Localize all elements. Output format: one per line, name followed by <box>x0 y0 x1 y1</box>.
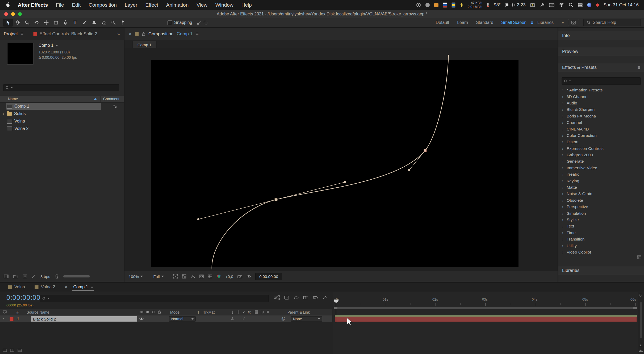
effects-category[interactable]: ›Perspective <box>558 204 644 210</box>
comp-thumbnail[interactable] <box>7 43 33 64</box>
workspace-learn[interactable]: Learn <box>457 20 468 25</box>
type-tool-icon[interactable]: T <box>70 19 80 27</box>
menubar-clock[interactable]: Sun 31 Oct 14:16 <box>604 2 639 8</box>
menu-window[interactable]: Window <box>215 2 233 8</box>
new-folder-icon[interactable] <box>13 275 18 278</box>
disclosure-chevron-icon[interactable]: › <box>562 101 567 105</box>
graph-editor-icon[interactable] <box>322 296 328 300</box>
resolution-dropdown[interactable]: Full <box>153 274 164 279</box>
solo-icon[interactable] <box>152 310 155 314</box>
grid-quality-icon[interactable] <box>255 310 258 314</box>
tab-effect-controls[interactable]: Effect Controls Black Solid 2 <box>33 31 97 37</box>
screen-record-indicator-icon[interactable] <box>416 3 421 7</box>
workspace-default[interactable]: Default <box>436 20 449 25</box>
effects-category[interactable]: ›Immersive Video <box>558 165 644 171</box>
magnification-dropdown[interactable]: 100% <box>129 274 143 279</box>
puppet-pin-tool-icon[interactable] <box>118 19 128 27</box>
zoom-tool-icon[interactable] <box>22 19 32 27</box>
disclosure-chevron-icon[interactable]: › <box>562 159 567 163</box>
spotlight-search-icon[interactable] <box>569 3 573 7</box>
grid-guides-icon[interactable] <box>208 275 212 278</box>
vertical-scrollbar[interactable] <box>640 302 642 338</box>
disclosure-chevron-icon[interactable]: › <box>562 120 567 125</box>
channel-color-icon[interactable] <box>216 274 221 279</box>
blend-mode-dropdown[interactable]: Normal <box>169 316 196 322</box>
libraries-panel-header[interactable]: Libraries <box>558 266 644 275</box>
pan-behind-tool-icon[interactable] <box>41 19 51 27</box>
panel-overflow-icon[interactable]: » <box>118 31 120 37</box>
selection-tool-icon[interactable] <box>3 19 13 27</box>
disclosure-chevron-icon[interactable]: › <box>562 107 567 112</box>
effects-category[interactable]: ›Expression Controls <box>558 145 644 152</box>
charging-icon[interactable] <box>530 3 536 7</box>
keyboard-layout-icon[interactable] <box>549 3 554 7</box>
snap-option-icon-2[interactable] <box>203 20 208 25</box>
menubar-app-name[interactable]: After Effects <box>18 2 48 8</box>
temperature-value[interactable]: 98° <box>494 2 501 8</box>
effects-category[interactable]: ›Text <box>558 223 644 229</box>
timeline-tab-volna2[interactable]: Volna 2 <box>35 283 55 292</box>
composition-region-icon[interactable] <box>199 275 204 278</box>
layer-row-1[interactable]: › 1 Black Solid 2 Normal @ <box>0 315 332 323</box>
audio-icon[interactable] <box>146 310 149 314</box>
transfer-controls-icon[interactable] <box>10 349 14 352</box>
wrench-icon[interactable] <box>540 3 545 7</box>
disclosure-chevron-icon[interactable]: › <box>0 112 7 116</box>
layer-name-box[interactable]: Black Solid 2 <box>31 316 137 322</box>
disclosure-chevron-icon[interactable]: › <box>562 211 567 216</box>
video-eye-icon[interactable] <box>139 310 144 314</box>
window-zoom-button[interactable] <box>18 12 22 16</box>
timeline-graph-area[interactable]: 0s 01s 02s 03s 04s 05s 06s <box>333 292 638 354</box>
project-row-volna[interactable]: Volna <box>0 117 124 125</box>
snap-option-icon-1[interactable] <box>197 20 201 25</box>
project-list-header[interactable]: Name Comment <box>0 96 124 103</box>
interpret-footage-icon[interactable] <box>4 275 9 278</box>
position-cross-icon[interactable] <box>237 310 240 314</box>
menu-composition[interactable]: Composition <box>89 2 117 8</box>
pickwhip-icon[interactable]: @ <box>281 316 285 321</box>
close-icon[interactable]: × <box>129 31 132 37</box>
shape-tool-icon[interactable] <box>51 19 61 27</box>
disclosure-chevron-icon[interactable]: › <box>562 127 567 131</box>
disclosure-chevron-icon[interactable]: › <box>562 146 567 151</box>
project-bit-depth[interactable]: 8 bpc <box>40 274 50 279</box>
disclosure-chevron-icon[interactable]: › <box>562 114 567 118</box>
effects-category[interactable]: ›Audio <box>558 100 644 106</box>
column-mode[interactable]: Mode <box>170 310 179 314</box>
effects-presets-panel-header[interactable]: Effects & Presets ≡ <box>558 63 644 72</box>
effects-category[interactable]: ›Channel <box>558 119 644 126</box>
composition-viewer[interactable] <box>124 48 558 271</box>
disclosure-chevron-icon[interactable]: › <box>562 192 567 196</box>
keyboard-flag-icon-2[interactable] <box>451 2 455 8</box>
tab-project[interactable]: Project <box>4 31 18 37</box>
effects-category[interactable]: ›Stylize <box>558 217 644 223</box>
menu-edit[interactable]: Edit <box>72 2 81 8</box>
zoom-in-mountain-icon[interactable] <box>639 349 643 352</box>
disclosure-chevron-icon[interactable]: › <box>3 316 4 321</box>
in-out-stretch-icon[interactable] <box>18 349 22 352</box>
current-timecode[interactable]: 0:00:00:00 <box>6 294 40 301</box>
menu-animation[interactable]: Animation <box>166 2 189 8</box>
camera-status-icon[interactable] <box>425 3 430 7</box>
anchor-icon[interactable] <box>231 310 234 314</box>
motion-blur-icon[interactable] <box>313 296 318 300</box>
menu-file[interactable]: File <box>56 2 64 8</box>
network-speed-indicator[interactable]: 47 KB/s 2,01 MB/s <box>468 1 482 9</box>
workspace-libraries[interactable]: Libraries <box>537 20 554 25</box>
project-row-comp1[interactable]: Comp 1 <box>0 103 124 110</box>
layer-color-swatch[interactable] <box>10 317 14 321</box>
disclosure-chevron-icon[interactable]: › <box>562 140 567 144</box>
slash-icon[interactable] <box>242 310 245 314</box>
viewer-timecode[interactable]: 0:00:00:00 <box>255 273 282 280</box>
timeline-search-input[interactable] <box>40 295 269 302</box>
menu-layer[interactable]: Layer <box>125 2 137 8</box>
region-of-interest-icon[interactable] <box>173 274 178 279</box>
preview-panel-header[interactable]: Preview <box>558 47 644 56</box>
column-parent-link[interactable]: Parent & Link <box>287 310 310 314</box>
work-area-bar[interactable] <box>334 307 637 309</box>
composition-panel-title[interactable]: Composition <box>148 31 174 37</box>
fx-icon[interactable]: fx <box>248 310 251 314</box>
effects-search-input[interactable] <box>562 77 641 85</box>
menu-effect[interactable]: Effect <box>145 2 158 8</box>
window-close-button[interactable] <box>4 12 8 16</box>
